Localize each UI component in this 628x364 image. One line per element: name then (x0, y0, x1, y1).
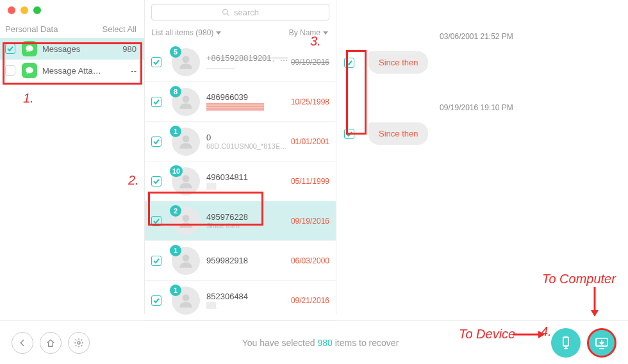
checkbox-icon[interactable] (151, 97, 161, 107)
annotation-label: 2. (128, 173, 139, 188)
thread-date: 05/11/1999 (291, 177, 329, 186)
messages-app-icon (22, 41, 37, 56)
sidebar: Personal Data Select All Messages 980 Me… (0, 21, 144, 81)
thread-item[interactable]: 1068D.C01USN00_*813E…01/01/2001 (145, 122, 336, 161)
thread-item[interactable]: 5+8615928819201、…————09/19/2016 (145, 42, 336, 82)
window-controls (8, 6, 41, 14)
checkbox-icon[interactable] (151, 256, 161, 266)
thread-preview: ———— (206, 64, 291, 72)
back-button[interactable] (12, 332, 33, 354)
sidebar-title: Personal Data (5, 24, 58, 34)
avatar: 1 (172, 247, 200, 275)
svg-point-7 (183, 254, 190, 261)
thread-name: +8615928819201、… (206, 53, 291, 64)
svg-line-1 (227, 13, 229, 15)
thread-date: 09/19/2016 (291, 217, 329, 226)
unread-badge: 1 (170, 126, 181, 137)
message-timestamp: 09/19/2016 19:10 PM (344, 103, 609, 112)
annotation-label: 1. (23, 91, 34, 106)
thread-preview: ▒▒ (206, 182, 291, 190)
sidebar-item-message-attachments[interactable]: Message Atta… -- (0, 60, 144, 81)
svg-point-4 (183, 135, 190, 142)
thread-preview (206, 102, 291, 110)
checkbox-icon[interactable] (5, 65, 15, 76)
thread-name: 496034811 (206, 172, 291, 182)
svg-point-2 (183, 56, 190, 63)
close-window-icon[interactable] (8, 6, 15, 14)
unread-badge: 10 (170, 165, 183, 177)
thread-date: 06/03/2000 (291, 256, 329, 265)
svg-rect-11 (563, 337, 568, 346)
export-to-computer-button[interactable] (587, 328, 616, 358)
select-all-button[interactable]: Select All (103, 24, 136, 34)
thread-date: 09/19/2016 (291, 58, 329, 67)
unread-badge: 8 (170, 86, 181, 97)
thread-item[interactable]: 848696603910/25/1998 (145, 82, 336, 122)
checkbox-icon[interactable] (5, 44, 15, 54)
sidebar-item-count: 980 (122, 44, 136, 54)
checkbox-icon[interactable] (151, 176, 161, 186)
message-timestamp: 03/06/2001 21:52 PM (344, 32, 609, 41)
svg-point-10 (78, 342, 80, 344)
avatar: 2 (172, 207, 200, 235)
thread-date: 09/21/2016 (291, 296, 329, 305)
thread-preview: Since then (206, 222, 291, 229)
message-bubble: Since then (368, 51, 428, 74)
filter-dropdown[interactable]: List all items (980) (151, 28, 221, 37)
thread-date: 01/01/2001 (291, 137, 329, 146)
chevron-down-icon (323, 31, 328, 35)
thread-item[interactable]: 1852306484▒▒09/21/2016 (145, 281, 336, 320)
thread-name: 495976228 (206, 212, 291, 222)
thread-name: 486966039 (206, 92, 291, 102)
checkbox-icon[interactable] (344, 58, 354, 68)
message-bubble: Since then (368, 122, 428, 145)
conversation-panel: 03/06/2001 21:52 PMSince then09/19/2016 … (336, 21, 628, 163)
chevron-down-icon (216, 31, 221, 35)
home-button[interactable] (40, 332, 62, 354)
search-placeholder: search (234, 8, 259, 17)
thread-date: 10/25/1998 (291, 97, 329, 106)
unread-badge: 5 (170, 46, 181, 58)
svg-point-6 (183, 215, 190, 222)
avatar: 10 (172, 167, 200, 195)
thread-item[interactable]: 195998291806/03/2000 (145, 241, 336, 281)
status-text: You have selected 980 items to recover (96, 338, 545, 348)
checkbox-icon[interactable] (151, 216, 161, 226)
minimize-window-icon[interactable] (21, 6, 28, 14)
unread-badge: 1 (170, 285, 181, 296)
checkbox-icon[interactable] (151, 136, 161, 147)
avatar: 1 (172, 286, 200, 315)
thread-name: 959982918 (206, 256, 291, 265)
thread-item[interactable]: 2495976228Since then09/19/2016 (145, 201, 336, 241)
svg-marker-16 (591, 310, 599, 317)
search-input[interactable]: search (151, 4, 329, 21)
thread-list-panel: search List all items (980) By Name 5+86… (144, 0, 336, 314)
checkbox-icon[interactable] (151, 295, 161, 306)
svg-point-0 (223, 9, 228, 14)
sidebar-item-label: Messages (42, 44, 122, 54)
checkbox-icon[interactable] (151, 57, 161, 67)
maximize-window-icon[interactable] (33, 6, 41, 14)
messages-app-icon (22, 63, 37, 78)
checkbox-icon[interactable] (344, 129, 354, 139)
avatar: 5 (172, 48, 200, 76)
svg-point-5 (183, 175, 190, 182)
avatar: 1 (172, 128, 200, 156)
sidebar-item-count: -- (131, 66, 136, 76)
thread-name: 0 (206, 133, 291, 142)
svg-point-8 (183, 294, 190, 301)
svg-point-3 (183, 95, 190, 103)
annotation-label: To Computer (542, 272, 616, 286)
export-to-device-button[interactable] (551, 328, 581, 358)
arrow-icon (588, 287, 601, 317)
sidebar-item-label: Message Atta… (42, 66, 131, 76)
avatar: 8 (172, 88, 200, 116)
unread-badge: 1 (170, 245, 181, 256)
settings-button[interactable] (68, 332, 90, 354)
thread-item[interactable]: 10496034811▒▒05/11/1999 (145, 161, 336, 201)
sidebar-item-messages[interactable]: Messages 980 (0, 38, 144, 60)
sort-dropdown[interactable]: By Name (289, 28, 328, 37)
bottom-bar: You have selected 980 items to recover (0, 320, 628, 364)
thread-preview: ▒▒ (206, 301, 291, 309)
thread-preview: 68D.C01USN00_*813E… (206, 142, 291, 150)
